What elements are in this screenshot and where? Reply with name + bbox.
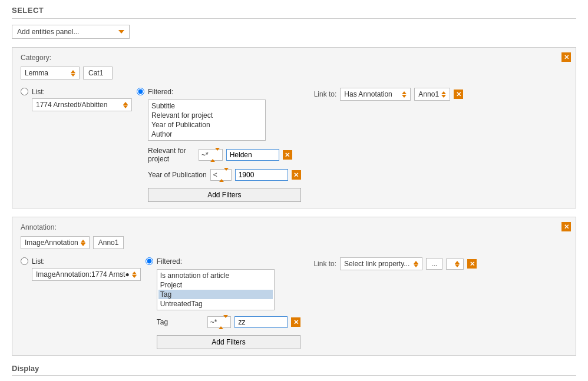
list-item[interactable]: Is annotation of article bbox=[158, 271, 273, 280]
ann-filter-row-1: Tag ~* ✕ bbox=[157, 316, 301, 328]
add-filters-button-1[interactable]: Add Filters bbox=[148, 188, 301, 202]
filtered-radio[interactable] bbox=[137, 88, 144, 95]
annotation-tag: Anno1 bbox=[93, 236, 124, 249]
ann-list-select[interactable]: ImageAnnotation:1774 Arnst● bbox=[32, 268, 141, 281]
annotation-category-select[interactable]: ImageAnnotation bbox=[21, 236, 90, 249]
list-item[interactable]: Project bbox=[158, 280, 273, 290]
ann-filtered-label: Filtered: bbox=[157, 257, 301, 266]
list-item[interactable]: Relevant for project bbox=[150, 111, 264, 120]
list-item[interactable]: Year of Publication bbox=[150, 120, 264, 130]
filter-op-2[interactable]: < bbox=[210, 169, 232, 181]
link-to-remove-2[interactable]: ✕ bbox=[467, 259, 477, 269]
filter-label-2: Year of Publication bbox=[148, 171, 207, 179]
select-divider bbox=[12, 18, 576, 19]
select-title: SELECT bbox=[12, 6, 576, 15]
list-section: List: 1774 Arnstedt/Abbitten bbox=[32, 88, 132, 111]
ann-list-arrows bbox=[132, 271, 137, 278]
arrow-up-icon bbox=[210, 151, 215, 162]
link-to-tag-arrows-1 bbox=[441, 91, 446, 98]
arrow-up-icon bbox=[71, 70, 75, 73]
arrow-down-icon bbox=[441, 95, 446, 98]
annotation-panel: ✕ Annotation: ImageAnnotation Anno1 List… bbox=[12, 217, 576, 356]
ann-filter-op-value-1: ~* bbox=[210, 318, 217, 326]
list-label: List: bbox=[32, 88, 132, 96]
filtered-listbox-wrapper: Subtitle Relevant for project Year of Pu… bbox=[148, 100, 266, 141]
list-item[interactable]: Author bbox=[150, 130, 264, 139]
ann-filter-op-1[interactable]: ~* bbox=[207, 316, 232, 328]
category-row: Lemma Cat1 bbox=[21, 67, 567, 79]
link-to-label-1: Link to: bbox=[314, 90, 337, 98]
arrow-up-icon bbox=[455, 261, 460, 264]
add-entities-button[interactable]: Add entities panel... bbox=[12, 25, 130, 39]
link-to-arrows-2 bbox=[414, 261, 418, 267]
arrow-down-icon bbox=[223, 315, 228, 326]
category-list-filtered-row: List: 1774 Arnstedt/Abbitten Filtered: S… bbox=[21, 87, 567, 202]
category-select-value: Lemma bbox=[25, 69, 48, 77]
arrow-down-icon bbox=[81, 243, 85, 246]
arrow-up-icon bbox=[81, 240, 85, 243]
ann-filtered-radio[interactable] bbox=[146, 257, 153, 265]
list-item[interactable]: Tag bbox=[158, 290, 273, 299]
list-radio[interactable] bbox=[21, 88, 28, 95]
link-to-remove-1[interactable]: ✕ bbox=[454, 90, 463, 99]
display-section: Display Instances Number of articles bbox=[12, 364, 576, 381]
category-panel-close-button[interactable]: ✕ bbox=[561, 52, 571, 62]
list-select[interactable]: 1774 Arnstedt/Abbitten bbox=[32, 98, 132, 111]
ann-list-radio[interactable] bbox=[21, 257, 28, 265]
link-to-select-1[interactable]: Has Annotation bbox=[340, 88, 411, 101]
link-to-select-2[interactable]: Select link property... bbox=[340, 257, 422, 270]
list-select-value: 1774 Arnstedt/Abbitten bbox=[36, 101, 107, 109]
add-entities-label: Add entities panel... bbox=[17, 28, 79, 36]
category-panel-label: Category: bbox=[21, 54, 567, 62]
annotation-category-row: ImageAnnotation Anno1 bbox=[21, 236, 567, 249]
arrow-down-icon bbox=[71, 74, 75, 77]
filter-op-1[interactable]: ~* bbox=[199, 149, 223, 161]
category-select[interactable]: Lemma bbox=[21, 67, 80, 79]
filtered-section: Filtered: Subtitle Relevant for project … bbox=[148, 88, 301, 202]
link-to-dots-button[interactable]: ... bbox=[426, 258, 442, 270]
filter-row-1: Relevant forproject ~* ✕ bbox=[148, 147, 301, 163]
ann-list-select-value: ImageAnnotation:1774 Arnst● bbox=[36, 270, 130, 279]
link-to-value-1: Has Annotation bbox=[344, 90, 392, 98]
list-select-arrows bbox=[123, 102, 128, 108]
annotation-list-filtered-row: List: ImageAnnotation:1774 Arnst● Filter… bbox=[21, 256, 567, 349]
annotation-panel-label: Annotation: bbox=[21, 223, 567, 231]
list-item[interactable]: ImageAnnotationTag bbox=[158, 309, 273, 310]
arrow-down-icon bbox=[402, 95, 407, 98]
link-to-arrows-1 bbox=[402, 91, 407, 98]
filter-remove-1[interactable]: ✕ bbox=[283, 150, 292, 160]
link-to-tag-select-1[interactable]: Anno1 bbox=[414, 88, 450, 101]
ann-filtered-listbox[interactable]: Is annotation of article Project Tag Unt… bbox=[157, 269, 275, 310]
ann-filtered-section: Filtered: Is annotation of article Proje… bbox=[157, 257, 301, 349]
filter-remove-2[interactable]: ✕ bbox=[292, 170, 301, 180]
link-to-tag-select-2[interactable] bbox=[446, 259, 464, 270]
filter-input-2[interactable] bbox=[235, 169, 288, 181]
link-to-section-2: Link to: Select link property... ... ✕ bbox=[313, 257, 477, 270]
filter-label-1: Relevant forproject bbox=[148, 147, 195, 163]
ann-filter-input-1[interactable] bbox=[234, 316, 288, 328]
arrow-down-icon bbox=[123, 105, 128, 108]
filter-input-1[interactable] bbox=[226, 149, 279, 161]
display-divider bbox=[12, 375, 576, 376]
ann-filter-remove-1[interactable]: ✕ bbox=[291, 317, 300, 327]
filter-row-2: Year of Publication < ✕ bbox=[148, 169, 301, 181]
list-item[interactable]: UntreatedTag bbox=[158, 299, 273, 309]
filtered-listbox[interactable]: Subtitle Relevant for project Year of Pu… bbox=[148, 100, 266, 141]
category-tag: Cat1 bbox=[83, 67, 113, 79]
arrow-up-icon bbox=[219, 171, 224, 182]
link-to-section-1: Link to: Has Annotation Anno1 ✕ bbox=[314, 88, 463, 101]
arrow-down-icon bbox=[132, 275, 137, 278]
category-select-arrows bbox=[71, 70, 75, 77]
annotation-panel-close-button[interactable]: ✕ bbox=[561, 222, 571, 231]
list-item[interactable]: Subtitle bbox=[150, 101, 264, 111]
annotation-category-arrows bbox=[81, 240, 85, 246]
arrow-up-icon bbox=[441, 91, 446, 94]
select-heading: SELECT bbox=[12, 6, 576, 19]
filter-op-value-1: ~* bbox=[201, 151, 209, 159]
arrow-down-icon bbox=[215, 148, 220, 159]
ann-filter-label-1: Tag bbox=[157, 318, 204, 326]
add-filters-button-2[interactable]: Add Filters bbox=[157, 335, 301, 349]
list-item[interactable]: AnnotationTag bbox=[150, 139, 264, 141]
filtered-label: Filtered: bbox=[148, 88, 301, 96]
arrow-down-icon bbox=[414, 264, 418, 267]
